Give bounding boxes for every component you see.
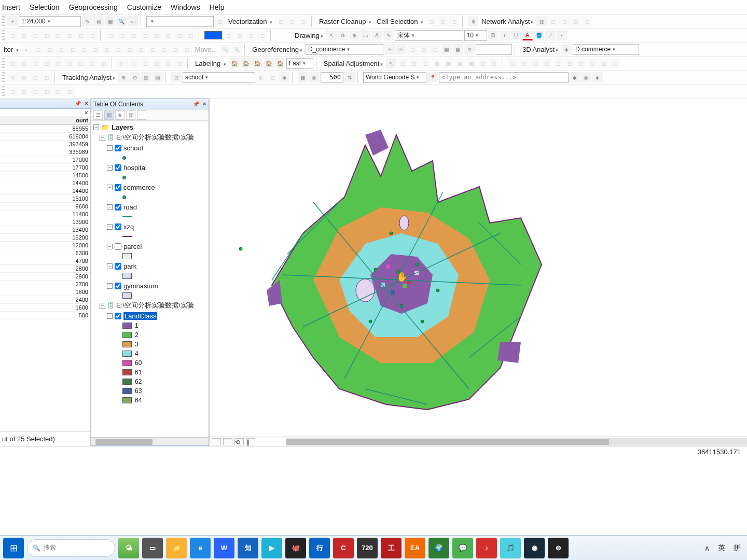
- toc-layer-gymnasium[interactable]: − gymnasium: [93, 281, 209, 291]
- taskbar-app-ccleaner[interactable]: C: [333, 538, 354, 558]
- georef-tool-icon[interactable]: ⊙: [464, 44, 475, 54]
- edit-tool-icon[interactable]: ▸: [22, 44, 32, 54]
- geometry-tool-icon[interactable]: ◻: [129, 30, 139, 40]
- toc-group[interactable]: − 🗄 E:\空间分析实验数据\实验: [93, 132, 209, 143]
- edit-tool-icon[interactable]: ◻: [56, 44, 66, 54]
- attr-cell[interactable]: 2800: [0, 265, 90, 273]
- distance-units-icon[interactable]: ▦: [298, 72, 308, 82]
- expand-icon[interactable]: −: [107, 263, 113, 269]
- attr-cell[interactable]: 393459: [0, 141, 90, 148]
- geocode-tool-icon[interactable]: ◆: [570, 72, 580, 82]
- toc-layer-symbol[interactable]: [93, 291, 209, 300]
- edit-tool-icon[interactable]: ◻: [67, 44, 78, 54]
- menu-insert[interactable]: Insert: [2, 3, 20, 11]
- cell-tool-icon[interactable]: ◻: [449, 16, 460, 26]
- toc-list-by-visibility-icon[interactable]: ◈: [115, 110, 125, 120]
- search-window-icon[interactable]: 🔍: [116, 16, 127, 26]
- toc-class-64[interactable]: 64: [93, 396, 209, 405]
- topo-tool-icon[interactable]: ◻: [610, 58, 620, 68]
- layer-checkbox[interactable]: [115, 243, 121, 250]
- taskbar-app-netease[interactable]: ♪: [476, 538, 497, 558]
- attr-cell[interactable]: 14400: [0, 187, 90, 195]
- text-icon[interactable]: A: [372, 30, 382, 40]
- toolbar-grip[interactable]: [2, 58, 5, 68]
- label-tool-icon[interactable]: 🏠: [252, 58, 262, 68]
- editor-menu[interactable]: itor: [2, 46, 21, 53]
- editor-toolbar-icon[interactable]: ✎: [82, 16, 92, 26]
- geocode-source-combo[interactable]: World Geocode S▾: [363, 72, 426, 83]
- toc-layer-symbol[interactable]: [93, 271, 209, 281]
- expand-icon[interactable]: −: [107, 244, 113, 249]
- geometry-tool-icon[interactable]: ◻: [174, 30, 185, 40]
- georef-tool-icon[interactable]: ◻: [407, 44, 418, 54]
- edit-tool-icon[interactable]: ◻: [76, 30, 86, 40]
- attr-cell[interactable]: 9600: [0, 203, 90, 211]
- geometry-tool-icon[interactable]: ◻: [151, 30, 162, 40]
- attr-cell[interactable]: 2700: [0, 281, 90, 288]
- toc-layer-symbol[interactable]: [93, 192, 209, 202]
- toc-layer-symbol[interactable]: [93, 232, 209, 241]
- toc-layer-symbol[interactable]: [93, 173, 209, 182]
- menu-windows[interactable]: Windows: [171, 3, 200, 11]
- parcel-tool-icon[interactable]: ◻: [76, 58, 86, 68]
- font-name-combo[interactable]: 宋体▾: [395, 30, 463, 41]
- toolbar-grip[interactable]: [2, 72, 5, 82]
- vector-tool-icon[interactable]: ◻: [298, 16, 309, 26]
- misc-tool-icon[interactable]: ◻: [19, 86, 29, 96]
- route-tool-icon[interactable]: ◻: [151, 58, 162, 68]
- parcel-tool-icon[interactable]: ◻: [30, 58, 40, 68]
- toolbar-grip[interactable]: [2, 30, 5, 40]
- topo-tool-icon[interactable]: ◻: [599, 58, 609, 68]
- graphic-tool-icon[interactable]: ◻: [234, 30, 245, 40]
- toc-hscroll[interactable]: [91, 437, 209, 445]
- georef-tool-icon[interactable]: ◻: [430, 44, 440, 54]
- edit-tool-icon[interactable]: ◻: [45, 44, 55, 54]
- toc-class-2[interactable]: 2: [93, 330, 209, 340]
- menu-customize[interactable]: Customize: [127, 3, 161, 11]
- line-color-button[interactable]: ／: [545, 30, 556, 40]
- cell-selection-menu[interactable]: Cell Selection: [375, 18, 425, 25]
- layer-checkbox[interactable]: [115, 164, 121, 171]
- expand-icon[interactable]: −: [107, 185, 113, 190]
- expand-icon[interactable]: −: [107, 283, 113, 289]
- toc-list-by-selection-icon[interactable]: ▥: [126, 110, 135, 120]
- taskbar-app-taskview[interactable]: ▭: [142, 538, 163, 558]
- edit-tool-icon[interactable]: ◻: [19, 30, 29, 40]
- georef-tool-icon[interactable]: ✧: [384, 44, 395, 54]
- 3d-layer-icon[interactable]: ◈: [561, 44, 572, 54]
- attr-cell[interactable]: 15200: [0, 234, 90, 242]
- layer-checkbox[interactable]: [115, 204, 121, 211]
- attr-cell[interactable]: 17700: [0, 164, 90, 172]
- edit-tool-icon[interactable]: ◻: [182, 44, 192, 54]
- georef-tool-icon[interactable]: ▦: [453, 44, 463, 54]
- geometry-tool-icon[interactable]: ◻: [140, 30, 150, 40]
- parcel-tool-icon[interactable]: ◻: [87, 58, 98, 68]
- edit-tool-icon[interactable]: ◻: [170, 44, 181, 54]
- options-icon[interactable]: ⚙: [468, 16, 478, 26]
- taskbar-app-arcmap[interactable]: 🌍: [428, 538, 449, 558]
- taskbar-app-720[interactable]: 720: [357, 538, 378, 558]
- tracking-add-icon[interactable]: ⊕: [118, 72, 129, 82]
- menu-selection[interactable]: Selection: [30, 3, 60, 11]
- taskbar-app-steam[interactable]: ◉: [524, 538, 545, 558]
- tracking-settings-icon[interactable]: ▤: [153, 72, 163, 82]
- attr-cell[interactable]: 17000: [0, 156, 90, 164]
- topo-tool-icon[interactable]: ◻: [542, 58, 552, 68]
- close-icon[interactable]: ✕: [202, 101, 206, 107]
- edit-tool-icon[interactable]: ◻: [7, 30, 18, 40]
- sa-tool-icon[interactable]: ◻: [397, 58, 408, 68]
- geometry-tool-icon[interactable]: ◻: [106, 30, 116, 40]
- sa-tool-icon[interactable]: ◻: [409, 58, 419, 68]
- parcel-tool-icon[interactable]: ◻: [19, 58, 29, 68]
- taskbar-app-word[interactable]: W: [214, 538, 234, 558]
- toc-window-icon[interactable]: ▤: [93, 16, 104, 26]
- topo-tool-icon[interactable]: ◻: [576, 58, 586, 68]
- toc-layer-symbol[interactable]: [93, 251, 209, 261]
- rectangle-icon[interactable]: ▭: [361, 30, 371, 40]
- expand-icon[interactable]: −: [100, 303, 105, 309]
- close-icon[interactable]: ✕: [84, 101, 88, 106]
- sa-tool-icon[interactable]: ▦: [466, 58, 476, 68]
- label-tool-icon[interactable]: 🏠: [275, 58, 285, 68]
- tracking-layer-combo[interactable]: school▾: [183, 72, 255, 83]
- layer-checkbox[interactable]: [115, 223, 121, 230]
